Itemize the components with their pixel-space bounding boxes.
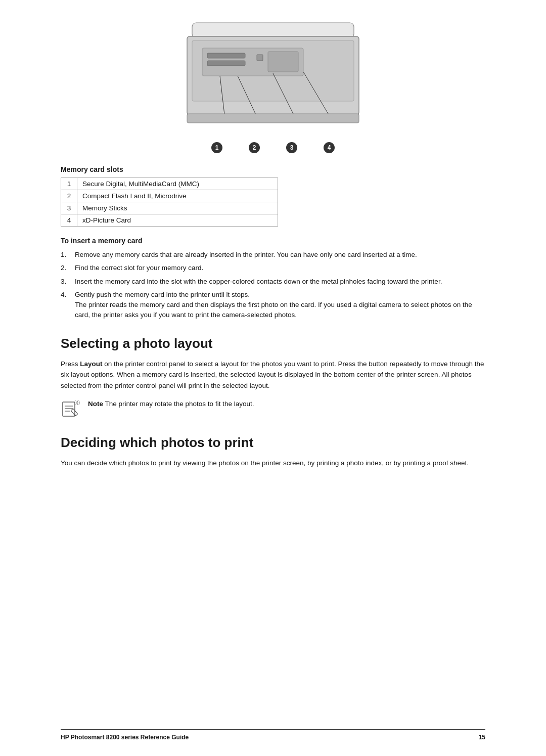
insert-title: To insert a memory card	[61, 237, 485, 245]
list-item: 4.Gently push the memory card into the p…	[61, 290, 485, 321]
slots-table: 1Secure Digital, MultiMediaCard (MMC)2Co…	[61, 177, 278, 227]
card-slots-title: Memory card slots	[61, 165, 485, 173]
slot-label: Compact Flash I and II, Microdrive	[77, 190, 278, 202]
list-item: 3.Insert the memory card into the slot w…	[61, 277, 485, 287]
table-row: 2Compact Flash I and II, Microdrive	[61, 190, 278, 202]
note-icon: )))	[61, 400, 83, 420]
svg-rect-12	[187, 114, 359, 123]
selecting-paragraph: Press Layout on the printer control pane…	[61, 359, 485, 391]
slot-num: 1	[61, 178, 77, 190]
note-content: The printer may rotate the photos to fit…	[105, 400, 254, 408]
deciding-paragraph: You can decide which photos to print by …	[61, 458, 485, 469]
steps-list: 1.Remove any memory cards that are alrea…	[61, 250, 485, 321]
note-label: Note	[88, 400, 103, 408]
list-item: 2.Find the correct slot for your memory …	[61, 263, 485, 273]
step-text: Gently push the memory card into the pri…	[75, 290, 485, 321]
step-number: 2.	[61, 263, 75, 273]
callout-4: 4	[324, 142, 335, 153]
slot-num: 4	[61, 214, 77, 227]
footer-left: HP Photosmart 8200 series Reference Guid…	[61, 734, 189, 741]
callout-2: 2	[249, 142, 260, 153]
table-row: 4xD-Picture Card	[61, 214, 278, 227]
diagram-container: 1 2 3 4	[61, 20, 485, 153]
step-number: 4.	[61, 290, 75, 321]
svg-rect-6	[257, 55, 263, 61]
slot-num: 3	[61, 202, 77, 214]
callout-row: 1 2 3 4	[211, 142, 335, 153]
card-slots-section: Memory card slots 1Secure Digital, Multi…	[61, 165, 485, 227]
slot-label: Memory Sticks	[77, 202, 278, 214]
page: 1 2 3 4 Memory card slots 1Secure Digita…	[0, 0, 546, 756]
slot-label: xD-Picture Card	[77, 214, 278, 227]
deciding-heading: Deciding which photos to print	[61, 435, 485, 451]
step-text: Remove any memory cards that are already…	[75, 250, 485, 260]
selecting-section: Selecting a photo layout Press Layout on…	[61, 336, 485, 420]
slot-label: Secure Digital, MultiMediaCard (MMC)	[77, 178, 278, 190]
slot-num: 2	[61, 190, 77, 202]
step-number: 3.	[61, 277, 75, 287]
svg-rect-4	[207, 53, 245, 58]
footer-right: 15	[479, 734, 485, 741]
footer: HP Photosmart 8200 series Reference Guid…	[61, 729, 485, 741]
list-item: 1.Remove any memory cards that are alrea…	[61, 250, 485, 260]
insert-section: To insert a memory card 1.Remove any mem…	[61, 237, 485, 321]
step-text: Insert the memory card into the slot wit…	[75, 277, 485, 287]
step-text: Find the correct slot for your memory ca…	[75, 263, 485, 273]
callout-3: 3	[286, 142, 297, 153]
note-text: Note The printer may rotate the photos t…	[88, 399, 254, 409]
note-box: ))) Note The printer may rotate the phot…	[61, 399, 485, 420]
step-number: 1.	[61, 250, 75, 260]
table-row: 1Secure Digital, MultiMediaCard (MMC)	[61, 178, 278, 190]
svg-rect-5	[207, 61, 245, 66]
table-row: 3Memory Sticks	[61, 202, 278, 214]
deciding-section: Deciding which photos to print You can d…	[61, 435, 485, 469]
svg-rect-7	[268, 52, 298, 72]
callout-1: 1	[211, 142, 222, 153]
svg-text:))): )))	[75, 400, 80, 405]
svg-rect-0	[192, 23, 354, 38]
selecting-heading: Selecting a photo layout	[61, 336, 485, 351]
printer-diagram	[182, 20, 364, 138]
